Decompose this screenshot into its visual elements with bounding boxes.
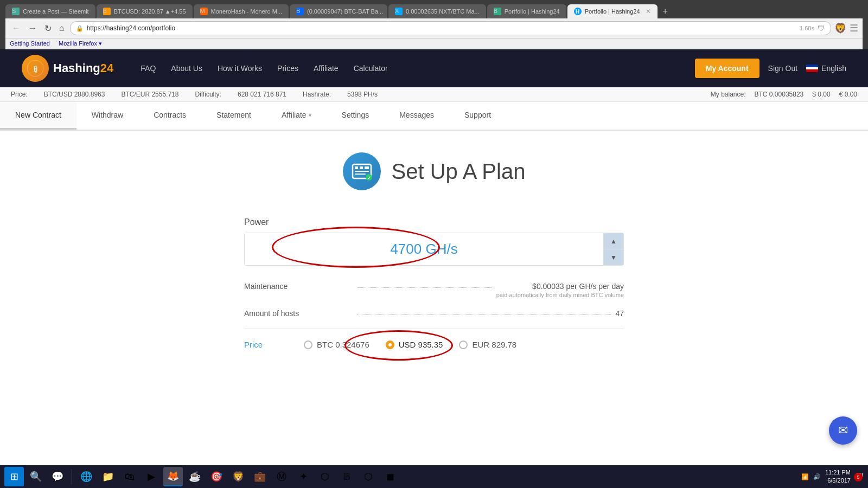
subnav-new-contract[interactable]: New Contract <box>0 102 76 130</box>
hosts-row: Amount of hosts 47 <box>244 309 624 318</box>
language-selector[interactable]: English <box>806 64 846 73</box>
logo[interactable]: ₿ Hashing24 <box>22 55 113 82</box>
tab-close-icon[interactable]: ✕ <box>646 8 651 15</box>
main-content: ✓ Set Up A Plan Power ▲ ▼ Maintenance <box>0 131 868 371</box>
price-btc-value: BTC 0.324676 <box>317 340 369 349</box>
tab-nxt[interactable]: X 0.00002635 NXT/BTC Ma... <box>388 4 486 18</box>
tab-monero[interactable]: M MoneroHash - Monero M... <box>194 4 289 18</box>
browser-chrome: S Create a Post — Steemit B BTCUSD: 2820… <box>0 0 868 49</box>
subnav-settings[interactable]: Settings <box>327 102 385 130</box>
subnav-contracts[interactable]: Contracts <box>138 102 201 130</box>
taskbar-firefox[interactable]: 🦊 <box>163 467 183 486</box>
nav-prices[interactable]: Prices <box>277 64 298 73</box>
home-button[interactable]: ⌂ <box>57 22 67 34</box>
bookmark-firefox[interactable]: Mozilla Firefox ▾ <box>59 40 102 47</box>
shield-icon: 🛡 <box>818 24 825 33</box>
taskbar-right: 📶 🔊 11:21 PM 6/5/2017 🗨 5 <box>801 468 864 485</box>
taskbar-explorer[interactable]: 📁 <box>98 467 118 486</box>
subnav-messages[interactable]: Messages <box>384 102 449 130</box>
nav-calculator[interactable]: Calculator <box>354 64 388 73</box>
tabs-bar: S Create a Post — Steemit B BTCUSD: 2820… <box>5 4 863 18</box>
svg-text:₿: ₿ <box>34 65 37 73</box>
tab-mining-calc[interactable]: B Portfolio | Hashing24 <box>487 4 566 18</box>
load-time: 1.68s <box>800 25 814 31</box>
taskbar-unknown5[interactable]: 𝔹 <box>337 467 356 486</box>
svg-rect-3 <box>355 166 358 169</box>
btcusd-value: BTC/USD 2880.8963 <box>44 91 105 98</box>
subnav-withdraw[interactable]: Withdraw <box>76 102 138 130</box>
taskbar-monero[interactable]: Ⓜ <box>272 467 291 486</box>
taskbar-unknown2[interactable]: 💼 <box>250 467 270 486</box>
svg-rect-4 <box>360 166 363 169</box>
start-button[interactable]: ⊞ <box>4 467 24 486</box>
tab-btcbat[interactable]: B (0.00009047) BTC-BAT Ba... <box>290 4 387 18</box>
plan-title: Set Up A Plan <box>392 159 526 184</box>
price-row: Price BTC 0.324676 USD 935.35 EUR 829.78 <box>244 340 624 349</box>
hosts-label: Amount of hosts <box>244 309 353 318</box>
subnav-support[interactable]: Support <box>449 102 506 130</box>
price-btc-option[interactable]: BTC 0.324676 <box>304 340 369 349</box>
new-tab-button[interactable]: + <box>659 4 672 18</box>
balance-usd: $ 0.00 <box>812 91 830 98</box>
power-input[interactable] <box>245 233 603 265</box>
bookmark-getting-started[interactable]: Getting Started <box>10 40 50 47</box>
taskbar-brave[interactable]: 🦁 <box>228 467 248 486</box>
flag-icon <box>806 65 818 72</box>
maintenance-block: Maintenance $0.00033 per GH/s per day pa… <box>244 282 624 298</box>
hosts-value: 47 <box>615 309 624 318</box>
taskbar-unknown4[interactable]: ⬡ <box>315 467 335 486</box>
maintenance-dots <box>357 287 492 288</box>
back-button[interactable]: ← <box>10 22 23 34</box>
taskbar-unknown6[interactable]: ⬡ <box>359 467 378 486</box>
price-usd-option[interactable]: USD 935.35 <box>386 340 443 349</box>
difficulty-value: 628 021 716 871 <box>238 91 286 98</box>
btceur-value: BTC/EUR 2555.718 <box>121 91 178 98</box>
ticker-balance: My balance: BTC 0.00035823 $ 0.00 € 0.00 <box>711 91 857 98</box>
price-usd-radio[interactable] <box>386 341 394 349</box>
svg-text:✓: ✓ <box>367 176 371 181</box>
taskbar-unknown7[interactable]: ◼ <box>380 467 400 486</box>
subnav-affiliate[interactable]: Affiliate ▾ <box>266 102 327 130</box>
plan-header: ✓ Set Up A Plan <box>343 152 526 190</box>
taskbar-clock: 11:21 PM 6/5/2017 <box>825 468 851 485</box>
tab-steemit[interactable]: S Create a Post — Steemit <box>5 4 95 18</box>
forward-button[interactable]: → <box>26 22 39 34</box>
my-account-button[interactable]: My Account <box>695 59 760 78</box>
taskbar-search[interactable]: 🔍 <box>26 467 46 486</box>
sign-out-link[interactable]: Sign Out <box>768 64 797 73</box>
price-eur-value: EUR 829.78 <box>472 340 516 349</box>
nav-actions: My Account Sign Out English <box>695 59 846 78</box>
taskbar-java[interactable]: ☕ <box>185 467 205 486</box>
price-btc-radio[interactable] <box>304 341 312 349</box>
tab-portfolio[interactable]: H Portfolio | Hashing24 ✕ <box>567 4 658 18</box>
chat-button[interactable]: ✉ <box>829 416 857 445</box>
taskbar-store[interactable]: 🛍 <box>120 467 139 486</box>
taskbar-media[interactable]: ▶ <box>142 467 161 486</box>
power-increment-button[interactable]: ▲ <box>604 233 623 249</box>
url-bar[interactable]: 🔒 https://hashing24.com/portfolio 1.68s … <box>70 21 831 35</box>
balance-eur: € 0.00 <box>839 91 857 98</box>
nav-about[interactable]: About Us <box>171 64 202 73</box>
subnav-statement[interactable]: Statement <box>201 102 266 130</box>
nav-affiliate[interactable]: Affiliate <box>314 64 339 73</box>
tab-btcusd[interactable]: B BTCUSD: 2820.87 ▲+4.55 <box>97 4 193 18</box>
power-decrement-button[interactable]: ▼ <box>604 249 623 265</box>
taskbar-date-value: 6/5/2017 <box>825 477 851 485</box>
url-text: https://hashing24.com/portfolio <box>87 24 175 32</box>
taskbar-unknown3[interactable]: ✦ <box>293 467 313 486</box>
nav-faq[interactable]: FAQ <box>141 64 156 73</box>
menu-icon[interactable]: ☰ <box>850 22 858 34</box>
taskbar-network-icon: 📶 <box>801 473 809 480</box>
taskbar-unknown1[interactable]: 🎯 <box>207 467 226 486</box>
refresh-button[interactable]: ↻ <box>42 22 54 35</box>
taskbar-cortana[interactable]: 💬 <box>48 467 67 486</box>
price-usd-value: USD 935.35 <box>399 340 443 349</box>
nav-links: FAQ About Us How it Works Prices Affilia… <box>141 64 678 73</box>
price-eur-radio[interactable] <box>459 341 468 349</box>
price-eur-option[interactable]: EUR 829.78 <box>459 340 516 349</box>
divider <box>244 329 624 329</box>
ticker-bar: Price: BTC/USD 2880.8963 BTC/EUR 2555.71… <box>0 87 868 102</box>
maintenance-value: $0.00033 per GH/s per day <box>496 282 624 291</box>
nav-how[interactable]: How it Works <box>218 64 262 73</box>
taskbar-edge[interactable]: 🌐 <box>76 467 96 486</box>
